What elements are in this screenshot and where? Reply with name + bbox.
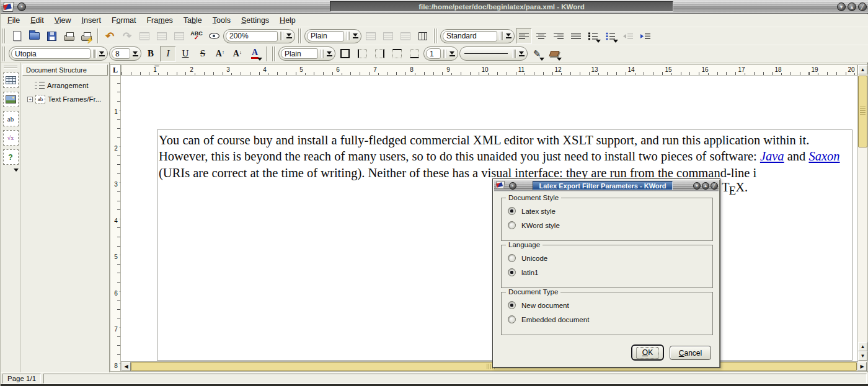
background-color-button[interactable]	[546, 46, 562, 62]
italic-button[interactable]: I	[160, 46, 176, 62]
print-preview-button[interactable]: ⚡	[78, 28, 94, 44]
menu-format[interactable]: Format	[112, 16, 136, 25]
bullet-list-button[interactable]	[603, 28, 619, 44]
toolbar-handle[interactable]	[2, 29, 6, 43]
toolbar-overflow-icon[interactable]	[14, 169, 19, 172]
sticky-button[interactable]: •	[17, 2, 26, 11]
superscript-button[interactable]: A↑	[212, 46, 228, 62]
zoom-combobox[interactable]: 200%	[223, 29, 295, 43]
dialog-close-button[interactable]: ╱	[711, 182, 718, 190]
toolbar-handle[interactable]	[433, 29, 438, 43]
scroll-right-button[interactable]: ▶	[857, 362, 867, 371]
border-outline-button[interactable]	[337, 46, 353, 62]
align-left-button[interactable]	[516, 28, 532, 44]
align-center-button[interactable]	[533, 28, 549, 44]
chevron-down-icon[interactable]	[99, 51, 105, 56]
chevron-down-icon[interactable]	[596, 40, 601, 43]
border-left-button[interactable]	[354, 46, 370, 62]
chevron-down-icon[interactable]	[449, 51, 455, 56]
tab-type-button[interactable]: L	[110, 64, 121, 76]
minimize-button[interactable]: ▾	[837, 2, 846, 11]
toolbar-handle[interactable]	[298, 29, 302, 43]
border-style-combobox[interactable]: Plain	[278, 46, 335, 61]
radio-embedded-document[interactable]: Embedded document	[508, 315, 589, 323]
insert-table-button[interactable]	[3, 72, 19, 88]
radio-icon[interactable]	[508, 221, 516, 229]
border-bottom-button[interactable]	[406, 46, 422, 62]
tree-item-arrangement[interactable]: Arrangement	[35, 81, 109, 90]
insert-formula-button[interactable]: √x	[3, 130, 19, 146]
scroll-down-button[interactable]: ▼	[858, 351, 867, 361]
increase-indent-button[interactable]	[637, 28, 653, 44]
font-color-button[interactable]: A	[247, 46, 263, 62]
menu-frames[interactable]: Frames	[146, 16, 172, 25]
chevron-down-icon[interactable]	[257, 58, 262, 61]
menu-view[interactable]: View	[55, 16, 71, 25]
chevron-down-icon[interactable]	[132, 51, 138, 56]
radio-icon[interactable]	[508, 301, 516, 309]
scroll-left-button[interactable]: ◀	[122, 362, 131, 371]
radio-unicode[interactable]: Unicode	[508, 254, 547, 262]
dialog-maximize-button[interactable]: ▴	[702, 182, 709, 190]
font-family-combobox[interactable]: Utopia	[9, 46, 108, 61]
paragraph-style-combobox[interactable]: Plain	[304, 29, 361, 43]
underline-button[interactable]: U	[177, 46, 193, 62]
border-top-button[interactable]	[389, 46, 405, 62]
radio-icon[interactable]	[508, 315, 516, 323]
vertical-scroll-thumb[interactable]	[858, 76, 867, 147]
strikethrough-button[interactable]: S	[195, 46, 211, 62]
chevron-down-icon[interactable]	[539, 58, 544, 61]
chevron-down-icon[interactable]	[326, 51, 332, 56]
java-link[interactable]: Java	[760, 149, 784, 163]
insert-picture-button[interactable]	[3, 92, 19, 107]
insert-object-button[interactable]: ?	[3, 149, 19, 165]
align-justify-button[interactable]	[568, 28, 584, 44]
saxon-link[interactable]: Saxon	[808, 149, 839, 163]
chevron-down-icon[interactable]	[557, 58, 562, 61]
font-size-combobox[interactable]: 8	[109, 46, 141, 61]
border-color-button[interactable]: ✎	[529, 46, 545, 62]
named-style-combobox[interactable]: Standard	[440, 29, 515, 43]
line-style-combobox[interactable]	[459, 46, 528, 61]
window-titlebar[interactable]: • file:/home/peter/doc/beginlatex/para.x…	[1, 0, 868, 14]
chevron-down-icon[interactable]	[518, 51, 525, 56]
menu-help[interactable]: Help	[280, 16, 296, 25]
radio-icon[interactable]	[508, 268, 516, 276]
radio-icon[interactable]	[508, 207, 516, 215]
radio-icon[interactable]	[508, 254, 516, 262]
formatting-chars-button[interactable]	[206, 28, 222, 44]
new-document-button[interactable]	[9, 28, 25, 44]
chevron-down-icon[interactable]	[613, 40, 618, 43]
expander-plus-icon[interactable]: +	[27, 97, 33, 102]
dialog-sticky-button[interactable]: •	[509, 182, 516, 190]
border-width-combobox[interactable]: 1	[423, 46, 458, 61]
radio-kword-style[interactable]: KWord style	[508, 221, 560, 229]
vertical-ruler[interactable]: 1 2 3 4 5 6 7 8	[110, 76, 121, 372]
menu-edit[interactable]: Edit	[30, 16, 44, 25]
spellcheck-button[interactable]: ABC✓	[188, 28, 205, 44]
ok-button[interactable]: OK	[631, 344, 664, 361]
document-text[interactable]: You can of course buy and install a full…	[159, 132, 851, 181]
toolbar-handle[interactable]	[2, 46, 6, 61]
menu-insert[interactable]: Insert	[82, 16, 101, 25]
chevron-down-icon[interactable]	[505, 33, 512, 38]
insert-text-frame-button[interactable]: ab	[3, 111, 19, 126]
bold-button[interactable]: B	[143, 46, 159, 62]
menu-settings[interactable]: Settings	[241, 16, 269, 25]
undo-button[interactable]: ↶	[102, 28, 118, 44]
chevron-down-icon[interactable]	[286, 33, 292, 38]
border-right-button[interactable]	[371, 46, 388, 62]
menu-tools[interactable]: Tools	[213, 16, 231, 25]
save-button[interactable]	[43, 28, 60, 44]
print-button[interactable]	[61, 28, 77, 44]
horizontal-scrollbar[interactable]: ◀	[121, 361, 857, 372]
columns-button[interactable]	[415, 28, 431, 44]
document-canvas[interactable]: You can of course buy and install a full…	[121, 76, 857, 361]
close-button[interactable]: ╱	[858, 2, 867, 11]
radio-latin1[interactable]: latin1	[508, 268, 539, 276]
align-right-button[interactable]	[551, 28, 567, 44]
chevron-down-icon[interactable]	[352, 33, 358, 38]
horizontal-ruler[interactable]: 1 2 3 4 5 6 7 8 9 10 11 12 13 14 15 16 1…	[121, 64, 857, 76]
toolbar-handle[interactable]	[4, 65, 17, 69]
dialog-minimize-button[interactable]: ▾	[693, 182, 701, 190]
